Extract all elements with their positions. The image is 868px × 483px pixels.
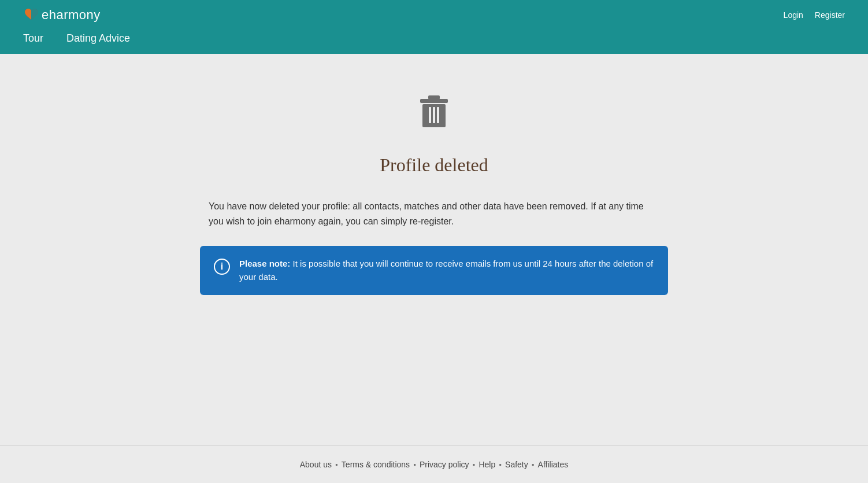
header-auth: Login Register: [784, 10, 845, 20]
header-top: eharmony Login Register: [0, 0, 868, 23]
footer: About us ● Terms & conditions ● Privacy …: [0, 445, 868, 483]
info-box: i Please note: It is possible that you w…: [200, 246, 668, 295]
svg-rect-4: [433, 107, 435, 123]
header: eharmony Login Register Tour Dating Advi…: [0, 0, 868, 54]
footer-terms[interactable]: Terms & conditions: [338, 460, 413, 469]
trash-icon-wrapper: [411, 89, 457, 137]
note-text: It is possible that you will continue to…: [239, 259, 653, 282]
footer-affiliates[interactable]: Affiliates: [535, 460, 572, 469]
footer-privacy[interactable]: Privacy policy: [416, 460, 473, 469]
svg-rect-5: [437, 107, 439, 123]
description-text: You have now deleted your profile: all c…: [209, 199, 659, 228]
footer-about-us[interactable]: About us: [296, 460, 335, 469]
trash-icon: [411, 89, 457, 135]
logo-text: eharmony: [42, 8, 101, 23]
eharmony-logo-icon: [23, 7, 39, 23]
info-icon: i: [214, 259, 230, 275]
svg-rect-0: [420, 99, 448, 103]
nav-dating-advice[interactable]: Dating Advice: [66, 32, 130, 54]
logo-area[interactable]: eharmony: [23, 7, 101, 23]
profile-deleted-title: Profile deleted: [380, 154, 488, 176]
svg-rect-3: [429, 107, 431, 123]
footer-links: About us ● Terms & conditions ● Privacy …: [12, 460, 856, 469]
login-link[interactable]: Login: [784, 10, 803, 20]
svg-rect-1: [428, 95, 440, 99]
nav-tour[interactable]: Tour: [23, 32, 43, 54]
note-label: Please note:: [239, 259, 290, 268]
main-content: Profile deleted You have now deleted you…: [0, 54, 868, 445]
info-text: Please note: It is possible that you wil…: [239, 257, 654, 283]
footer-safety[interactable]: Safety: [502, 460, 532, 469]
header-nav: Tour Dating Advice: [0, 23, 868, 54]
register-link[interactable]: Register: [815, 10, 845, 20]
footer-help[interactable]: Help: [475, 460, 499, 469]
